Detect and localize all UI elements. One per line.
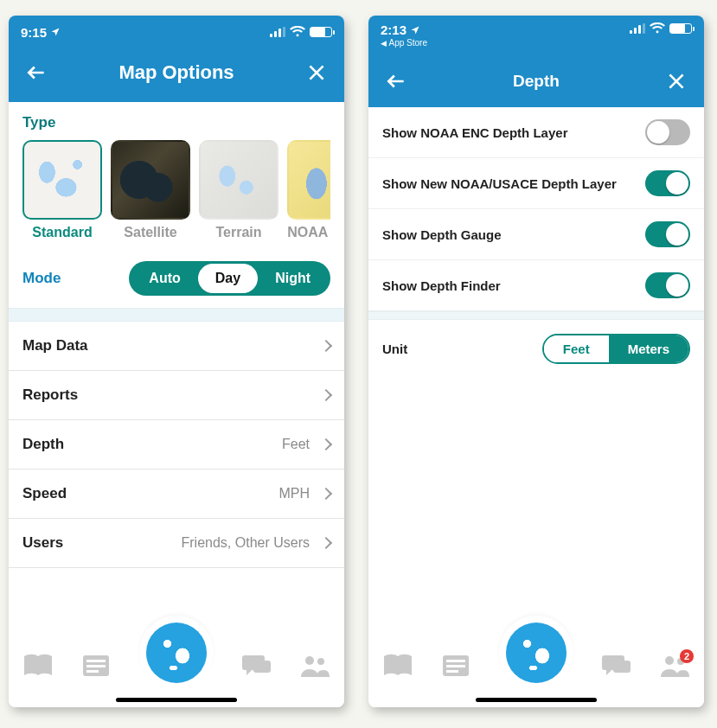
- nav-chat[interactable]: [241, 653, 272, 679]
- svg-rect-8: [446, 660, 465, 662]
- home-indicator[interactable]: [476, 698, 597, 702]
- row-depth-label: Depth: [22, 436, 64, 453]
- status-time-text: 9:15: [21, 25, 47, 40]
- location-arrow-icon: [410, 25, 420, 35]
- row-speed-label: Speed: [22, 485, 67, 502]
- type-thumb-noaa: [287, 140, 330, 220]
- unit-feet[interactable]: Feet: [544, 335, 609, 362]
- chat-icon: [241, 653, 272, 679]
- close-button[interactable]: [664, 69, 688, 93]
- toggle-noaa-usace: Show New NOAA/USACE Depth Layer: [368, 158, 704, 209]
- chevron-right-icon: [320, 488, 332, 500]
- status-icons: [630, 22, 692, 35]
- battery-icon: [669, 23, 692, 34]
- nav-people[interactable]: [299, 653, 330, 679]
- svg-point-12: [665, 656, 674, 665]
- svg-point-6: [317, 658, 324, 665]
- toggle-noaa-enc-switch[interactable]: [645, 119, 690, 145]
- chat-icon: [601, 653, 632, 679]
- type-label-noaa: NOAA E: [287, 225, 330, 240]
- signal-icon: [630, 23, 645, 34]
- home-indicator[interactable]: [116, 698, 237, 702]
- battery-icon: [310, 27, 332, 37]
- nav-guide[interactable]: [22, 653, 54, 679]
- mode-night[interactable]: Night: [258, 264, 328, 293]
- status-icons: [270, 26, 332, 38]
- unit-label: Unit: [382, 342, 407, 356]
- mode-segmented-control[interactable]: Auto Day Night: [129, 261, 330, 296]
- row-speed-value: MPH: [278, 486, 310, 501]
- unit-segmented-control[interactable]: Feet Meters: [542, 334, 690, 364]
- type-label-standard: Standard: [32, 225, 92, 240]
- nav-news[interactable]: [440, 653, 471, 679]
- toggle-depth-gauge-switch[interactable]: [645, 221, 690, 247]
- row-reports[interactable]: Reports: [9, 371, 344, 420]
- news-icon: [80, 653, 112, 679]
- chevron-right-icon: [320, 438, 332, 450]
- nav-map[interactable]: [139, 616, 214, 690]
- chevron-right-icon: [320, 537, 332, 549]
- section-divider: [9, 308, 344, 322]
- wifi-icon: [650, 22, 665, 35]
- row-speed[interactable]: Speed MPH: [9, 469, 344, 519]
- book-icon: [382, 653, 413, 679]
- status-time: 9:15: [21, 25, 61, 40]
- type-item-terrain[interactable]: Terrain: [199, 140, 278, 240]
- back-button[interactable]: [24, 61, 48, 85]
- nav-map[interactable]: [499, 616, 573, 690]
- toggle-noaa-enc: Show NOAA ENC Depth Layer: [368, 107, 704, 158]
- status-time-text: 2:13: [381, 22, 407, 37]
- svg-rect-1: [86, 660, 106, 662]
- arrow-left-icon: [25, 61, 48, 84]
- status-time: 2:13: [381, 22, 427, 37]
- type-label-satellite: Satellite: [124, 225, 176, 240]
- phone-depth: 2:13 ◀ App Store Depth Show NOAA ENC Dep…: [368, 16, 704, 707]
- type-item-noaa[interactable]: NOAA E: [287, 140, 330, 240]
- type-label: Type: [22, 114, 330, 131]
- svg-point-5: [305, 656, 314, 665]
- back-to-app-label: App Store: [389, 38, 427, 48]
- globe-icon: [146, 623, 207, 683]
- row-reports-label: Reports: [22, 386, 78, 404]
- book-icon: [22, 653, 54, 679]
- svg-rect-10: [446, 670, 458, 673]
- toggle-depth-finder: Show Depth Finder: [368, 260, 704, 311]
- nav-chat[interactable]: [601, 653, 632, 679]
- type-thumb-satellite: [111, 140, 190, 220]
- screen-header: Depth: [368, 61, 704, 107]
- toggle-noaa-usace-switch[interactable]: [645, 170, 690, 196]
- type-row[interactable]: Standard Satellite Terrain NOAA E: [22, 140, 330, 240]
- mode-day[interactable]: Day: [198, 264, 258, 293]
- type-item-standard[interactable]: Standard: [22, 140, 102, 240]
- wifi-icon: [290, 26, 305, 38]
- toggle-depth-finder-switch[interactable]: [645, 272, 690, 298]
- nav-people[interactable]: 2: [659, 653, 690, 679]
- signal-icon: [270, 27, 285, 37]
- status-bar: 9:15: [9, 16, 344, 48]
- page-title: Map Options: [118, 61, 234, 84]
- row-users-label: Users: [22, 534, 63, 552]
- type-thumb-terrain: [199, 140, 278, 220]
- mode-auto[interactable]: Auto: [131, 264, 197, 293]
- nav-guide[interactable]: [382, 653, 413, 679]
- row-map-data[interactable]: Map Data: [9, 322, 344, 371]
- svg-rect-3: [86, 670, 99, 673]
- bottom-nav: [9, 633, 344, 707]
- type-item-satellite[interactable]: Satellite: [111, 140, 190, 240]
- toggle-depth-finder-label: Show Depth Finder: [382, 278, 501, 293]
- unit-row: Unit Feet Meters: [368, 320, 704, 378]
- back-to-app[interactable]: ◀ App Store: [381, 38, 427, 48]
- chevron-right-icon: [320, 340, 332, 352]
- svg-rect-11: [613, 661, 631, 673]
- row-depth[interactable]: Depth Feet: [9, 420, 344, 469]
- arrow-left-icon: [385, 70, 407, 93]
- screen-header: Map Options: [9, 48, 344, 102]
- close-button[interactable]: [304, 61, 329, 85]
- unit-meters[interactable]: Meters: [609, 335, 688, 362]
- row-users[interactable]: Users Friends, Other Users: [9, 519, 344, 568]
- row-map-data-label: Map Data: [22, 337, 88, 354]
- type-label-terrain: Terrain: [215, 225, 261, 240]
- nav-news[interactable]: [80, 653, 112, 679]
- back-button[interactable]: [384, 69, 408, 93]
- toggle-list: Show NOAA ENC Depth Layer Show New NOAA/…: [368, 107, 704, 311]
